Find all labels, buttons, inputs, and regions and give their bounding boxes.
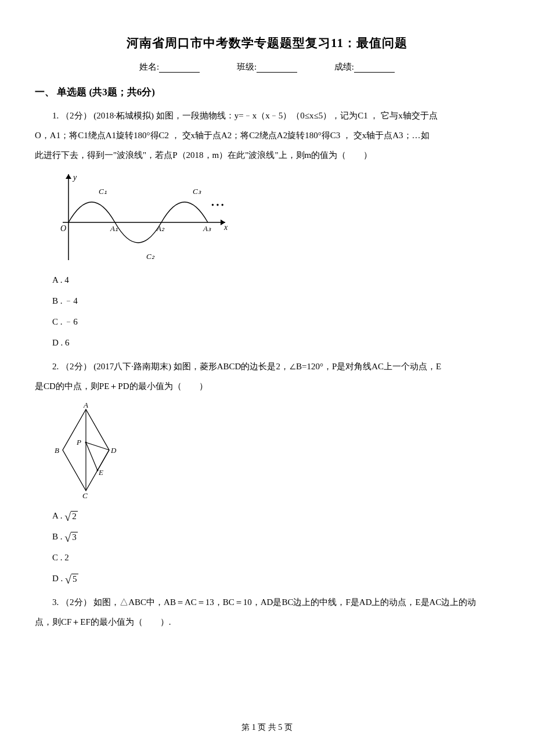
section-heading: 一、 单选题 (共3题；共6分) xyxy=(35,85,499,99)
q2-option-D: D . √5 xyxy=(52,568,499,589)
q1-stem-line3: 此进行下去，得到一"波浪线"，若点P（2018，m）在此"波浪线"上，则m的值为… xyxy=(35,146,499,164)
q3-stem-line2: 点，则CF＋EF的最小值为（ ）. xyxy=(35,613,499,631)
q1-figure: y x O A₁ A₂ A₃ C₁ C₂ C₃ • • • xyxy=(51,167,499,266)
origin-label: O xyxy=(60,224,66,233)
q1-stem-line1: 1. （2分） (2018·柘城模拟) 如图，一段抛物线：y=﹣x（x﹣5）（0… xyxy=(35,107,499,124)
q2-stem-line2: 是CD的中点，则PE＋PD的最小值为（ ） xyxy=(35,377,499,395)
q2-D-val: 5 xyxy=(71,574,78,584)
q2-B-prefix: B . xyxy=(52,532,64,541)
sqrt-icon: √2 xyxy=(64,511,77,523)
vC: C xyxy=(82,491,88,499)
q3-stem-line1: 3. （2分） 如图，△ABC中，AB＝AC＝13，BC＝10，AD是BC边上的… xyxy=(35,593,499,611)
name-blank xyxy=(159,63,200,73)
A3-label: A₃ xyxy=(203,224,211,233)
q2-option-C: C . 2 xyxy=(52,547,499,568)
A2-label: A₂ xyxy=(156,224,165,233)
C3-label: C₃ xyxy=(193,187,201,196)
axis-y-label: y xyxy=(72,173,77,182)
class-label: 班级: xyxy=(237,62,257,71)
vE: E xyxy=(98,468,103,477)
q2-B-val: 3 xyxy=(71,532,78,542)
svg-line-10 xyxy=(98,450,109,470)
q2-stem-line1: 2. （2分） (2017八下·路南期末) 如图，菱形ABCD的边长是2，∠B=… xyxy=(35,358,499,375)
score-label: 成绩: xyxy=(334,62,354,71)
class-blank xyxy=(257,63,297,73)
q2-figure: A B C D P E xyxy=(51,401,499,499)
sqrt-icon: √5 xyxy=(65,574,78,585)
score-blank xyxy=(354,63,395,73)
vB: B xyxy=(55,446,59,455)
name-label: 姓名: xyxy=(139,62,159,71)
header-fields: 姓名: 班级: 成绩: xyxy=(35,62,499,73)
q1-option-D: D . 6 xyxy=(52,332,499,353)
page-title: 河南省周口市中考数学专题题型复习11：最值问题 xyxy=(35,35,499,51)
q2-D-prefix: D . xyxy=(52,574,65,583)
q2-option-B: B . √3 xyxy=(52,526,499,547)
q1-option-B: B . ﹣4 xyxy=(52,290,499,311)
vD: D xyxy=(110,446,117,455)
q1-stem-line2: O，A1；将C1绕点A1旋转180°得C2 ， 交x轴于点A2；将C2绕点A2旋… xyxy=(35,127,499,144)
q2-A-val: 2 xyxy=(71,511,78,521)
vP: P xyxy=(76,438,81,447)
axis-x-label: x xyxy=(223,223,228,232)
A1-label: A₁ xyxy=(110,224,118,233)
q1-option-C: C . ﹣6 xyxy=(52,311,499,332)
C1-label: C₁ xyxy=(99,187,107,196)
q2-option-A: A . √2 xyxy=(52,505,499,526)
dots-label: • • • xyxy=(211,201,224,210)
page-footer: 第 1 页 共 5 页 xyxy=(0,722,534,733)
sqrt-icon: √3 xyxy=(64,532,77,543)
C2-label: C₂ xyxy=(146,252,155,261)
vA: A xyxy=(83,401,88,409)
q1-option-A: A . 4 xyxy=(52,269,499,290)
q2-A-prefix: A . xyxy=(52,511,64,520)
svg-line-9 xyxy=(86,442,98,470)
svg-marker-3 xyxy=(66,174,71,179)
